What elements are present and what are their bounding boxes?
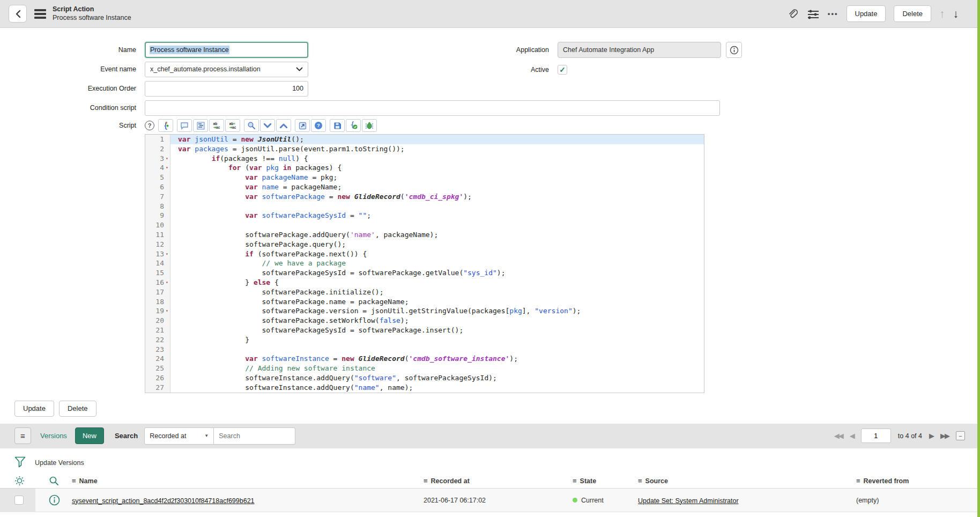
code-text[interactable]: softwarePackage.initialize(); — [170, 287, 704, 297]
code-text[interactable]: // we have a package — [170, 258, 704, 268]
field-help-icon[interactable]: ? — [145, 121, 154, 130]
breadcrumb[interactable]: Update Versions — [35, 459, 84, 467]
fold-caret-icon[interactable]: ▾ — [164, 249, 170, 259]
toggle-comment-icon[interactable] — [177, 119, 192, 132]
line-number-gutter[interactable]: 26 — [145, 373, 170, 383]
code-line[interactable]: 6 var name = packageName; — [145, 182, 704, 192]
line-number-gutter[interactable]: 7 — [145, 192, 170, 202]
format-code-icon[interactable] — [193, 119, 208, 132]
previous-record-icon[interactable]: ↑ — [939, 8, 945, 20]
save-icon[interactable] — [330, 119, 345, 132]
code-line[interactable]: 9 var softwarePackageSysId = ""; — [145, 211, 704, 220]
code-text[interactable]: var softwarePackage = new GlideRecord('c… — [170, 192, 704, 202]
code-line[interactable]: 23 — [145, 345, 704, 354]
validate-script-icon[interactable] — [346, 119, 361, 132]
line-number-gutter[interactable]: 14 — [145, 258, 170, 268]
condition-script-input[interactable] — [145, 100, 720, 116]
code-line[interactable]: 27 softwareInstance.addQuery("name", nam… — [145, 383, 704, 393]
active-checkbox[interactable]: ✓ — [558, 65, 567, 75]
code-text[interactable]: } — [170, 335, 704, 345]
debug-icon[interactable] — [362, 119, 377, 132]
code-line[interactable]: 10 — [145, 220, 704, 230]
script-code-editor[interactable]: 1var jsonUtil = new JsonUtil();2var pack… — [145, 134, 704, 393]
code-line[interactable]: 15 softwarePackageSysId = softwarePackag… — [145, 268, 704, 278]
code-text[interactable]: softwarePackage.addQuery('name', package… — [170, 230, 704, 240]
line-number-gutter[interactable]: 15 — [145, 268, 170, 278]
delete-button-bottom[interactable]: Delete — [59, 401, 96, 417]
replace-all-icon[interactable]: ab≡➜ac — [225, 119, 240, 132]
list-personalize-cell[interactable] — [0, 476, 35, 486]
application-info-button[interactable] — [726, 42, 742, 58]
code-line[interactable]: 20 softwarePackage.setWorkflow(false); — [145, 316, 704, 326]
line-number-gutter[interactable]: 12 — [145, 240, 170, 249]
line-number-gutter[interactable]: 4▾ — [145, 163, 170, 173]
line-number-gutter[interactable]: 16▾ — [145, 278, 170, 287]
code-text[interactable]: softwareInstance.addQuery("software", so… — [170, 373, 704, 383]
code-text[interactable]: if(packages !== null) { — [170, 154, 704, 164]
execution-order-input[interactable] — [145, 81, 308, 97]
line-number-gutter[interactable]: 11 — [145, 230, 170, 240]
column-header-state[interactable]: ≡State — [573, 477, 638, 485]
code-text[interactable]: var softwarePackageSysId = ""; — [170, 211, 704, 220]
line-number-gutter[interactable]: 5 — [145, 173, 170, 182]
column-header-reverted-from[interactable]: ≡Reverted from — [856, 477, 980, 485]
code-line[interactable]: 8 — [145, 202, 704, 211]
code-text[interactable]: softwarePackage.version = jsonUtil.getSt… — [170, 306, 704, 316]
line-number-gutter[interactable]: 27 — [145, 383, 170, 393]
attachment-icon[interactable] — [787, 8, 799, 20]
open-in-new-window-icon[interactable] — [295, 119, 310, 132]
column-menu-icon[interactable]: ≡ — [424, 477, 428, 485]
code-line[interactable]: 13▾ if (softwarePackage.next()) { — [145, 249, 704, 259]
code-line[interactable]: 12 softwarePackage.query(); — [145, 240, 704, 249]
personalize-form-icon[interactable] — [807, 8, 820, 20]
line-number-gutter[interactable]: 10 — [145, 220, 170, 230]
code-text[interactable]: var packageName = pkg; — [170, 173, 704, 182]
code-text[interactable]: } else { — [170, 278, 704, 287]
line-number-gutter[interactable]: 8 — [145, 202, 170, 211]
line-number-gutter[interactable]: 23 — [145, 345, 170, 354]
code-line[interactable]: 16▾ } else { — [145, 278, 704, 287]
line-number-gutter[interactable]: 25 — [145, 364, 170, 373]
code-text[interactable]: softwarePackageSysId = softwarePackage.i… — [170, 326, 704, 335]
source-link[interactable]: Update Set: System Administrator — [638, 497, 739, 505]
column-header-source[interactable]: ≡Source — [638, 477, 856, 485]
editor-help-icon[interactable]: ? — [311, 119, 326, 132]
code-text[interactable] — [170, 202, 704, 211]
code-text[interactable]: // Adding new software instance — [170, 364, 704, 373]
code-text[interactable]: var packages = jsonUtil.parse(event.parm… — [170, 144, 704, 154]
code-line[interactable]: 18 softwarePackage.name = packageName; — [145, 297, 704, 307]
context-menu-icon[interactable] — [34, 9, 46, 19]
code-line[interactable]: 17 softwarePackage.initialize(); — [145, 287, 704, 297]
new-version-button[interactable]: New — [75, 427, 104, 444]
line-number-gutter[interactable]: 20 — [145, 316, 170, 326]
update-button[interactable]: Update — [847, 5, 886, 22]
version-name-link[interactable]: sysevent_script_action_8acd4f2d2f303010f… — [72, 497, 255, 505]
update-button-bottom[interactable]: Update — [14, 401, 54, 417]
filter-funnel-icon[interactable] — [14, 456, 26, 469]
line-number-gutter[interactable]: 13▾ — [145, 249, 170, 259]
column-menu-icon[interactable]: ≡ — [573, 477, 577, 485]
line-number-gutter[interactable]: 22 — [145, 335, 170, 345]
code-line[interactable]: 3▾ if(packages !== null) { — [145, 154, 704, 164]
column-menu-icon[interactable]: ≡ — [638, 477, 642, 485]
code-text[interactable]: softwarePackage.name = packageName; — [170, 297, 704, 307]
code-text[interactable]: softwarePackage.setWorkflow(false); — [170, 316, 704, 326]
event-name-select[interactable]: x_chef_automate.process.installation — [145, 62, 308, 77]
column-header-recorded-at[interactable]: ≡Recorded at — [424, 477, 573, 485]
line-number-gutter[interactable]: 2 — [145, 144, 170, 154]
find-next-icon[interactable] — [260, 119, 275, 132]
list-search-cell[interactable] — [35, 476, 72, 486]
code-line[interactable]: 1var jsonUtil = new JsonUtil(); — [145, 135, 704, 144]
code-line[interactable]: 5 var packageName = pkg; — [145, 173, 704, 182]
previous-page-icon[interactable]: ◀ — [850, 432, 854, 440]
code-text[interactable]: for (var pkg in packages) { — [170, 163, 704, 173]
line-number-gutter[interactable]: 6 — [145, 182, 170, 192]
code-text[interactable] — [170, 345, 704, 354]
replace-icon[interactable]: ab➜ac — [209, 119, 224, 132]
code-line[interactable]: 14 // we have a package — [145, 258, 704, 268]
line-number-gutter[interactable]: 19▾ — [145, 306, 170, 316]
code-text[interactable]: var jsonUtil = new JsonUtil(); — [170, 135, 704, 144]
name-input[interactable]: Process software Instance — [145, 42, 308, 58]
code-text[interactable]: var softwareInstance = new GlideRecord('… — [170, 354, 704, 364]
code-line[interactable]: 26 softwareInstance.addQuery("software",… — [145, 373, 704, 383]
